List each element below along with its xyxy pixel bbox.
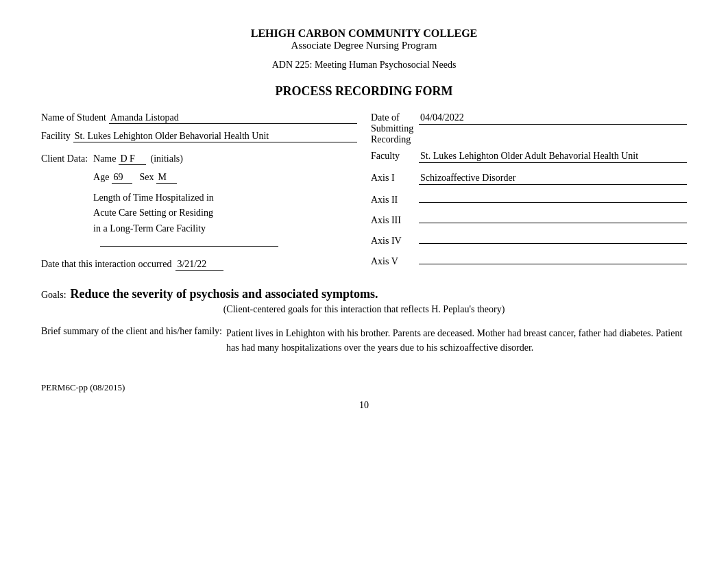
axis4-value	[419, 232, 687, 244]
faculty-row: Faculty St. Lukes Lehighton Older Adult …	[371, 151, 687, 163]
client-age-sex-row: Age 69 Sex M	[93, 172, 278, 184]
client-name-row: Name D F (initials)	[93, 153, 278, 165]
sex-value: M	[156, 172, 177, 184]
axis2-row: Axis II	[371, 190, 687, 205]
facility-row: Facility St. Lukes Lehighton Older Behav…	[41, 131, 357, 142]
axis1-row: Axis I Schizoaffective Disorder	[371, 173, 687, 185]
goals-subtext: (Client-centered goals for this interact…	[41, 304, 687, 315]
client-name-label: Name	[93, 153, 116, 164]
date-submitting-label: Date of Submitting Recording	[371, 112, 419, 145]
client-data-header: Client Data: Name D F (initials) Age 69 …	[41, 153, 357, 247]
footer-section: PERM6C-pp (08/2015) 10	[41, 382, 687, 411]
footer-form-id: PERM6C-pp (08/2015)	[41, 382, 687, 393]
initials-label: (initials)	[150, 153, 182, 164]
interaction-date-value: 3/21/22	[175, 259, 223, 271]
axis1-label: Axis I	[371, 173, 419, 184]
sex-label: Sex	[139, 172, 154, 183]
axis2-label: Axis II	[371, 195, 419, 205]
hospitalized-text: Length of Time Hospitalized inAcute Care…	[93, 190, 278, 236]
facility-label: Facility	[41, 131, 71, 142]
faculty-label: Faculty	[371, 151, 419, 162]
goals-text: Reduce the severity of psychosis and ass…	[71, 287, 378, 301]
axis4-label: Axis IV	[371, 236, 419, 247]
summary-row: Brief summary of the client and his/her …	[41, 326, 687, 355]
program-name: Associate Degree Nursing Program	[41, 40, 687, 51]
college-name: LEHIGH CARBON COMMUNITY COLLEGE	[41, 27, 687, 40]
summary-text: Patient lives in Lehighton with his brot…	[226, 326, 687, 355]
facility-value: St. Lukes Lehighton Older Behavorial Hea…	[73, 131, 357, 142]
age-value: 69	[112, 172, 132, 184]
date-submitting-row: Date of Submitting Recording 04/04/2022	[371, 112, 687, 145]
goals-row: Goals: Reduce the severity of psychosis …	[41, 287, 687, 301]
goals-label: Goals:	[41, 290, 66, 301]
hospitalized-label: Length of Time Hospitalized inAcute Care…	[93, 192, 214, 234]
client-data-section: Client Data: Name D F (initials) Age 69 …	[41, 153, 357, 247]
axis2-value	[419, 190, 687, 203]
interaction-date-row: Date that this interaction occurred 3/21…	[41, 259, 357, 271]
client-name-value: D F	[119, 153, 146, 165]
student-name-row: Name of Student Amanda Listopad	[41, 112, 357, 124]
left-column: Name of Student Amanda Listopad Facility…	[41, 112, 357, 280]
hospitalized-line	[100, 246, 278, 247]
course-name: ADN 225: Meeting Human Psychosocial Need…	[41, 60, 687, 71]
client-data-fields: Name D F (initials) Age 69 Sex M Length …	[93, 153, 278, 247]
axis5-value	[419, 252, 687, 264]
summary-section: Brief summary of the client and his/her …	[41, 326, 687, 355]
goals-section: Goals: Reduce the severity of psychosis …	[41, 287, 687, 315]
client-data-label: Client Data:	[41, 153, 88, 164]
axis3-label: Axis III	[371, 215, 419, 226]
right-column: Date of Submitting Recording 04/04/2022 …	[371, 112, 687, 280]
page-number: 10	[41, 400, 687, 411]
axis3-value	[419, 211, 687, 223]
student-name-label: Name of Student	[41, 112, 106, 123]
faculty-value: St. Lukes Lehighton Older Adult Behavori…	[419, 151, 687, 163]
axis5-row: Axis V	[371, 252, 687, 267]
form-title: PROCESS RECORDING FORM	[41, 84, 687, 99]
axis3-row: Axis III	[371, 211, 687, 226]
age-label: Age	[93, 172, 109, 183]
main-form: Name of Student Amanda Listopad Facility…	[41, 112, 687, 280]
summary-label: Brief summary of the client and his/her …	[41, 326, 222, 337]
axis1-value: Schizoaffective Disorder	[419, 173, 687, 185]
axis5-label: Axis V	[371, 256, 419, 267]
header: LEHIGH CARBON COMMUNITY COLLEGE Associat…	[41, 27, 687, 71]
interaction-date-label: Date that this interaction occurred	[41, 259, 171, 270]
student-name-value: Amanda Listopad	[109, 112, 357, 124]
axis4-row: Axis IV	[371, 232, 687, 247]
date-submitting-value: 04/04/2022	[419, 112, 687, 125]
